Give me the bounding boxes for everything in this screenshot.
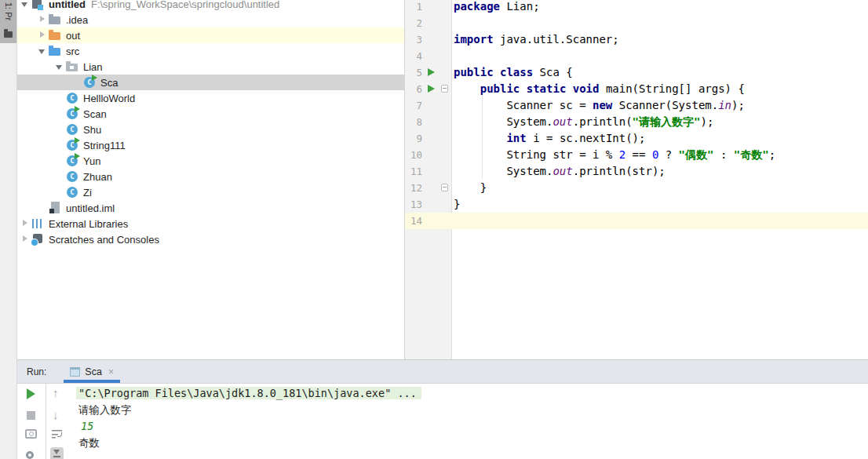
project-stripe-tab[interactable]: 1: Pr (0, 0, 16, 43)
console-command-text: "C:\Program Files\Java\jdk1.8.0_181\bin\… (76, 387, 421, 399)
class-icon (66, 92, 78, 104)
chevron-right-icon[interactable] (19, 216, 31, 231)
thread-dump-icon[interactable] (25, 429, 37, 439)
run-toolbar-console: ↑↓ (46, 384, 70, 459)
line-number: 7 (405, 97, 422, 114)
class-icon (66, 139, 78, 151)
console-line-command: "C:\Program Files\Java\jdk1.8.0_181\bin\… (71, 385, 868, 402)
console-output[interactable]: "C:\Program Files\Java\jdk1.8.0_181\bin\… (71, 385, 868, 459)
line-number: 14 (405, 213, 422, 229)
tree-item-out[interactable]: out (17, 27, 404, 43)
code-editor[interactable]: 1package Lian;23import java.util.Scanner… (405, 0, 868, 359)
code-line[interactable]: 7 Scanner sc = new Scanner(System.in); (405, 97, 868, 114)
stop-icon[interactable] (27, 411, 35, 420)
tree-item-label: Scan (83, 108, 107, 120)
chevron-down-icon[interactable] (53, 59, 66, 75)
code-line[interactable]: 10 String str = i % 2 == 0 ? "偶数" : "奇数"… (405, 147, 868, 163)
tree-item-hellloworld[interactable]: HellloWorld (17, 90, 404, 106)
line-number: 9 (405, 130, 422, 147)
run-gutter-icon[interactable] (428, 85, 435, 93)
code-text: String str = i % 2 == 0 ? "偶数" : "奇数"; (454, 147, 775, 163)
line-number: 2 (405, 15, 422, 31)
tree-item-untitled-iml[interactable]: untitled.iml (17, 200, 404, 216)
run-gutter-icon[interactable] (428, 68, 435, 76)
code-line[interactable]: 5public class Sca { (405, 64, 868, 81)
scroll-end-icon[interactable] (50, 447, 64, 459)
project-icon (31, 0, 44, 10)
tree-item-external-libraries[interactable]: External Libraries (17, 216, 404, 231)
folder-blue-icon (49, 45, 61, 57)
run-tab-sca[interactable]: Sca × (64, 360, 120, 383)
code-text: System.out.println(str); (454, 163, 666, 180)
tree-item-label: Sca (100, 77, 118, 89)
up-icon[interactable]: ↑ (53, 386, 59, 399)
tree-item-zi[interactable]: Zi (17, 184, 404, 200)
tree-item-label: out (66, 30, 80, 42)
tree-item-label: Yun (83, 155, 100, 167)
tree-item-idea[interactable]: .idea (17, 12, 404, 27)
run-toolbar-main (17, 384, 46, 459)
line-number: 8 (405, 114, 422, 130)
tree-item-scan[interactable]: Scan (17, 106, 404, 122)
code-line[interactable]: 11 System.out.println(str); (405, 163, 868, 180)
project-tool-window-icon (4, 31, 13, 38)
tree-item-label: String111 (83, 140, 126, 151)
chevron-right-icon[interactable] (36, 12, 49, 27)
code-line[interactable]: 1package Lian; (405, 0, 868, 15)
close-icon[interactable]: × (108, 367, 114, 377)
tree-item-untitled[interactable]: untitledF:\spring_WorkSpace\springcloud\… (17, 0, 404, 12)
tree-item-zhuan[interactable]: Zhuan (17, 169, 404, 184)
tree-item-yun[interactable]: Yun (17, 153, 404, 169)
chevron-right-icon[interactable] (19, 231, 31, 247)
code-line[interactable]: 8 System.out.println("请输入数字"); (405, 114, 868, 130)
run-header: Run: Sca × (17, 359, 868, 384)
rerun-icon[interactable] (27, 388, 35, 399)
tree-item-src[interactable]: src (17, 43, 404, 59)
tree-item-scratches-and-consoles[interactable]: Scratches and Consoles (17, 231, 404, 247)
chevron-right-icon[interactable] (36, 27, 49, 43)
console-line-input: 15 (71, 418, 868, 435)
code-text: public static void main(String[] args) { (454, 81, 745, 97)
line-number: 5 (405, 64, 422, 81)
code-line[interactable]: 2 (405, 15, 868, 31)
tree-item-string111[interactable]: String111 (17, 137, 404, 153)
line-number: 13 (405, 196, 422, 213)
code-line[interactable]: 13} (405, 196, 868, 213)
fold-marker-icon[interactable] (441, 85, 448, 93)
class-icon (66, 107, 78, 120)
runnable-overlay-icon (92, 75, 97, 81)
runnable-overlay-icon (75, 106, 80, 112)
code-text: } (454, 180, 487, 196)
fold-marker-icon[interactable] (441, 184, 448, 191)
code-line[interactable]: 12 } (405, 180, 868, 196)
code-line[interactable]: 6 public static void main(String[] args)… (405, 81, 868, 97)
run-tool-window: Run: Sca × ↑↓ "C:\Program Files\Java\jdk… (17, 359, 868, 459)
code-line[interactable]: 4 (405, 48, 868, 64)
chevron-spacer (53, 122, 66, 137)
tree-item-shu[interactable]: Shu (17, 122, 404, 137)
class-icon (66, 170, 78, 183)
tree-item-lian[interactable]: Lian (17, 59, 404, 75)
class-icon (66, 186, 78, 199)
settings-icon[interactable] (26, 451, 34, 459)
tree-item-sca[interactable]: Sca (17, 75, 404, 90)
tree-item-label: src (66, 46, 79, 57)
soft-wrap-icon[interactable] (52, 429, 64, 439)
code-text: int i = sc.nextInt(); (454, 130, 645, 147)
line-number: 3 (405, 31, 422, 48)
down-icon[interactable]: ↓ (53, 408, 59, 421)
project-panel: untitledF:\spring_WorkSpace\springcloud\… (17, 0, 405, 359)
code-line-caret[interactable]: 14 (405, 213, 868, 229)
code-text: } (454, 196, 460, 213)
code-text: System.out.println("请输入数字"); (454, 114, 713, 130)
code-line[interactable]: 9 int i = sc.nextInt(); (405, 130, 868, 147)
tree-item-label: Shu (83, 124, 101, 136)
chevron-down-icon[interactable] (36, 43, 49, 59)
chevron-down-icon[interactable] (19, 0, 31, 12)
code-text: public class Sca { (454, 64, 573, 81)
tree-item-label: Zhuan (83, 171, 112, 183)
chevron-spacer (53, 137, 66, 153)
iml-icon (49, 202, 61, 214)
code-line[interactable]: 3import java.util.Scanner; (405, 31, 868, 48)
line-number: 12 (405, 180, 422, 196)
